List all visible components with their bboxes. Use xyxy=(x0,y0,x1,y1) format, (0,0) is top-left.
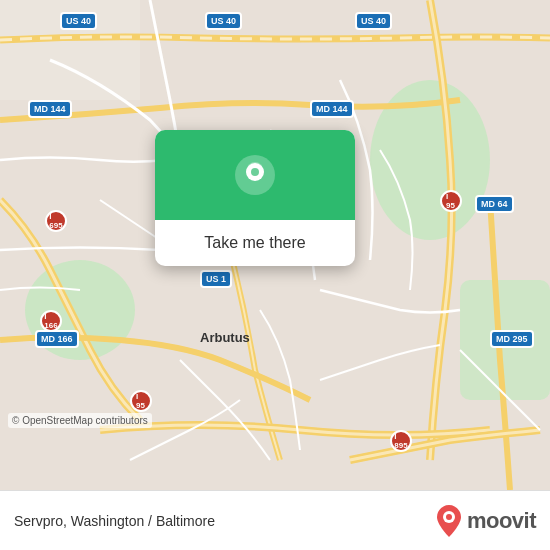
bottom-bar: Servpro, Washington / Baltimore moovit xyxy=(0,490,550,550)
take-me-there-button[interactable]: Take me there xyxy=(204,230,305,256)
card-footer[interactable]: Take me there xyxy=(155,220,355,266)
location-pin-icon xyxy=(233,153,277,197)
moovit-pin-icon xyxy=(435,503,463,539)
svg-rect-4 xyxy=(0,0,140,100)
svg-rect-3 xyxy=(460,280,550,400)
svg-point-2 xyxy=(25,260,135,360)
moovit-label: moovit xyxy=(467,508,536,534)
card-header xyxy=(155,130,355,220)
moovit-logo: moovit xyxy=(435,503,536,539)
map-container: Arbutus Take me there © OpenStreetMap co… xyxy=(0,0,550,490)
svg-point-9 xyxy=(446,514,452,520)
map-attribution: © OpenStreetMap contributors xyxy=(8,413,152,428)
location-title: Servpro, Washington / Baltimore xyxy=(14,513,215,529)
location-card: Take me there xyxy=(155,130,355,266)
